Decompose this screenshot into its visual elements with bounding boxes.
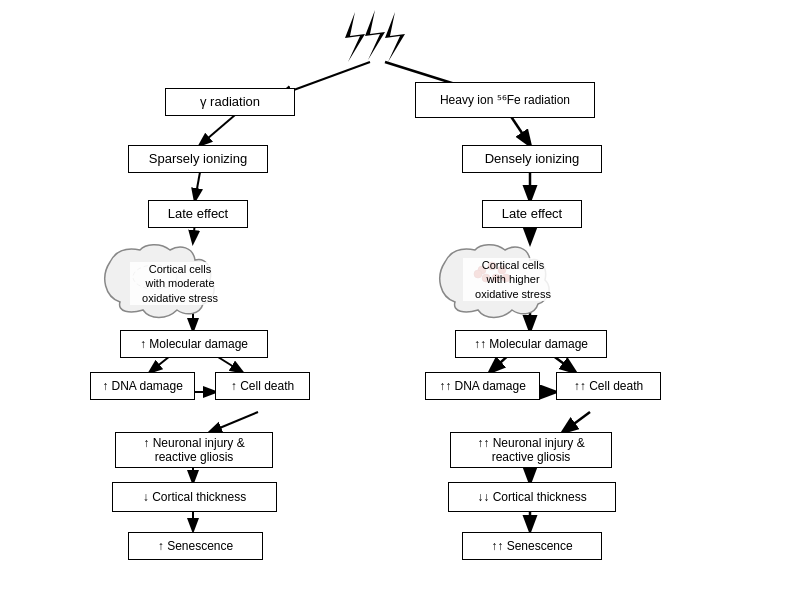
- diagram: γ radiation Heavy ion ⁵⁶Fe radiation Spa…: [0, 0, 800, 600]
- right-late-effect-box: Late effect: [482, 200, 582, 228]
- right-neuronal-box: ↑↑ Neuronal injury &reactive gliosis: [450, 432, 612, 468]
- svg-marker-2: [385, 12, 405, 62]
- left-cortical-box: ↓ Cortical thickness: [112, 482, 277, 512]
- left-brain-label: Cortical cellswith moderateoxidative str…: [130, 262, 230, 305]
- heavy-ion-box: Heavy ion ⁵⁶Fe radiation: [415, 82, 595, 118]
- left-molecular-box: ↑ Molecular damage: [120, 330, 268, 358]
- right-dna-box: ↑↑ DNA damage: [425, 372, 540, 400]
- right-brain-label: Cortical cellswith higheroxidative stres…: [463, 258, 563, 301]
- right-senescence-box: ↑↑ Senescence: [462, 532, 602, 560]
- svg-line-5: [200, 115, 235, 145]
- left-neuronal-box: ↑ Neuronal injury &reactive gliosis: [115, 432, 273, 468]
- svg-marker-0: [345, 12, 365, 62]
- svg-line-19: [210, 412, 258, 432]
- right-cortical-box: ↓↓ Cortical thickness: [448, 482, 616, 512]
- lightning-bolts: [345, 10, 405, 62]
- densely-ionizing-box: Densely ionizing: [462, 145, 602, 173]
- svg-marker-1: [365, 10, 385, 60]
- svg-line-7: [195, 172, 200, 200]
- left-late-effect-box: Late effect: [148, 200, 248, 228]
- right-cell-death-box: ↑↑ Cell death: [556, 372, 661, 400]
- right-molecular-box: ↑↑ Molecular damage: [455, 330, 607, 358]
- left-dna-box: ↑ DNA damage: [90, 372, 195, 400]
- svg-line-6: [510, 115, 530, 145]
- svg-line-20: [563, 412, 590, 432]
- left-senescence-box: ↑ Senescence: [128, 532, 263, 560]
- sparsely-ionizing-box: Sparsely ionizing: [128, 145, 268, 173]
- gamma-radiation-box: γ radiation: [165, 88, 295, 116]
- left-cell-death-box: ↑ Cell death: [215, 372, 310, 400]
